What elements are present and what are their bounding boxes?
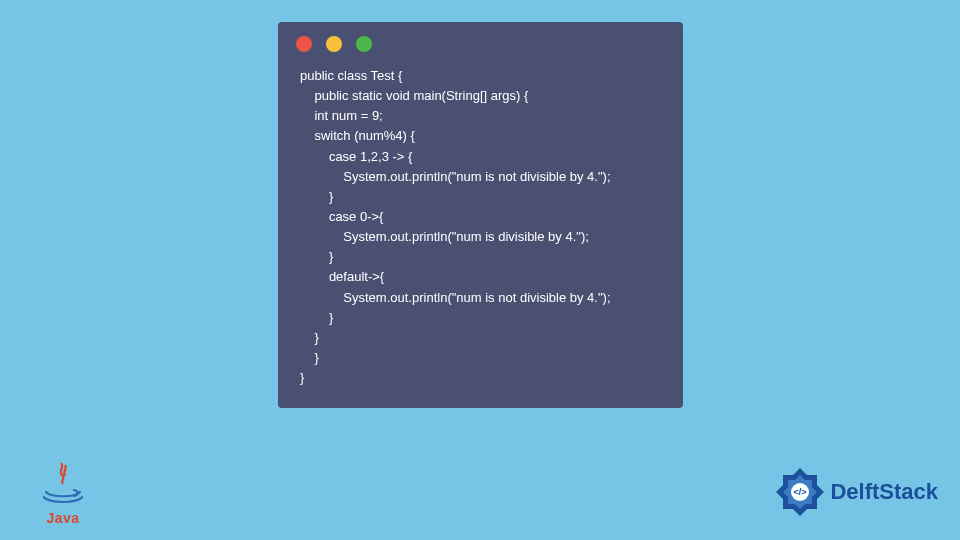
maximize-icon (356, 36, 372, 52)
minimize-icon (326, 36, 342, 52)
code-window: public class Test { public static void m… (278, 22, 683, 408)
java-logo-label: Java (46, 510, 79, 526)
delftstack-logo: </> DelftStack (774, 466, 938, 518)
svg-text:</>: </> (794, 487, 807, 497)
code-block: public class Test { public static void m… (278, 60, 683, 392)
java-logo: Java (32, 456, 94, 526)
close-icon (296, 36, 312, 52)
delftstack-badge-icon: </> (774, 466, 826, 518)
java-cup-icon (43, 468, 83, 512)
window-titlebar (278, 22, 683, 60)
delftstack-logo-label: DelftStack (830, 479, 938, 505)
